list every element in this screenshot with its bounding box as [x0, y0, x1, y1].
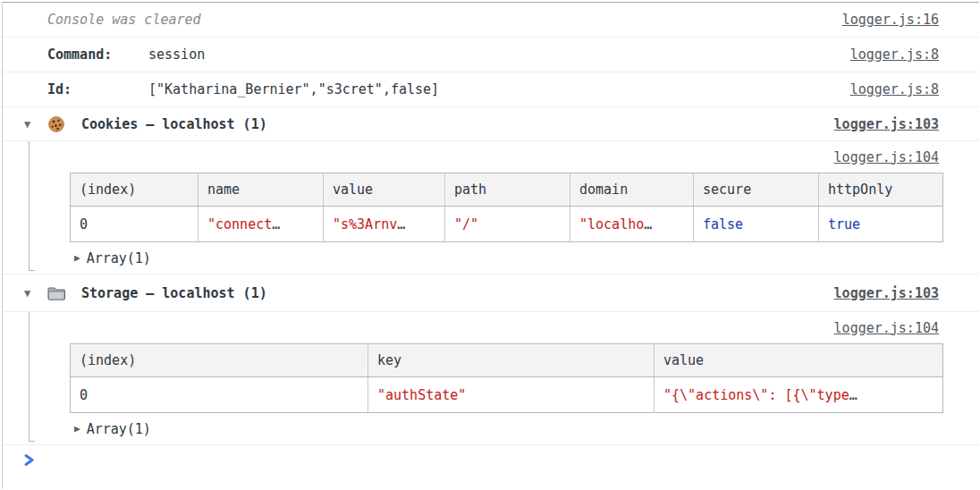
folder-icon: [47, 284, 65, 302]
devtools-console: Console was cleared logger.js:16 Command…: [2, 2, 979, 489]
console-message-id: Id: ["Katharina_Bernier","s3cret",false]…: [3, 72, 979, 107]
source-link[interactable]: logger.js:104: [834, 149, 939, 165]
indent-guide: [29, 141, 35, 271]
cookie-icon: [47, 115, 65, 133]
id-value: ["Katharina_Bernier","s3cret",false]: [148, 81, 439, 97]
column-header[interactable]: value: [324, 173, 445, 207]
truncation-ellipsis: …: [397, 216, 405, 232]
source-link[interactable]: logger.js:104: [834, 320, 939, 336]
table-header-row: (index) key value: [71, 344, 943, 377]
truncation-ellipsis: …: [849, 387, 858, 403]
storage-group-title: Storage – localhost (1): [81, 285, 267, 301]
truncation-ellipsis: …: [644, 216, 652, 232]
cell-secure: false: [694, 207, 819, 242]
expand-triangle-icon[interactable]: ▶: [74, 423, 80, 435]
storage-array-expander[interactable]: ▶ Array(1): [3, 413, 979, 444]
truncation-ellipsis: …: [272, 216, 280, 232]
command-value: session: [148, 46, 205, 63]
column-header[interactable]: value: [655, 344, 943, 377]
column-header[interactable]: path: [445, 173, 570, 207]
storage-group-body: logger.js:104 (index) key value 0 "authS…: [3, 312, 979, 445]
cell-index: 0: [71, 377, 368, 413]
cell-httponly: true: [819, 207, 943, 242]
column-header[interactable]: (index): [71, 173, 199, 207]
column-header[interactable]: secure: [694, 173, 819, 207]
source-link[interactable]: logger.js:16: [842, 12, 939, 28]
prompt-chevron-icon: [22, 453, 36, 467]
cell-name: "connect…: [199, 207, 324, 242]
source-link[interactable]: logger.js:8: [850, 81, 939, 97]
cell-path: "/": [445, 207, 570, 242]
cell-value: "{\"actions\": [{\"type…: [655, 377, 943, 413]
expand-triangle-icon[interactable]: ▶: [74, 252, 80, 264]
cookies-table-source-row: logger.js:104: [3, 141, 979, 173]
cookies-table: (index) name value path domain secure ht…: [70, 173, 943, 242]
cell-value: "s%3Arnv…: [324, 207, 445, 242]
storage-table-source-row: logger.js:104: [3, 312, 979, 343]
table-row: 0 "authState" "{\"actions\": [{\"type…: [71, 377, 943, 413]
source-link[interactable]: logger.js:103: [834, 285, 939, 301]
storage-table: (index) key value 0 "authState" "{\"acti…: [70, 343, 943, 413]
command-label: Command:: [47, 46, 148, 63]
source-link[interactable]: logger.js:103: [834, 116, 939, 132]
id-label: Id:: [47, 81, 148, 97]
cell-key: "authState": [368, 377, 655, 413]
table-row: 0 "connect… "s%3Arnv… "/" "localho… fals…: [71, 207, 943, 242]
column-header[interactable]: (index): [71, 344, 368, 377]
cell-domain: "localho…: [570, 207, 694, 242]
console-message-command: Command: session logger.js:8: [3, 38, 979, 72]
cookies-group-header[interactable]: ▼ Cookies – localhost (1) logger.js:103: [3, 107, 979, 141]
array-label: Array(1): [87, 250, 151, 266]
console-prompt[interactable]: [3, 445, 979, 489]
column-header[interactable]: name: [199, 173, 324, 207]
cell-index: 0: [71, 207, 199, 242]
cookies-array-expander[interactable]: ▶ Array(1): [3, 242, 979, 274]
console-cleared-text: Console was cleared: [47, 12, 201, 28]
column-header[interactable]: key: [368, 344, 655, 377]
array-label: Array(1): [87, 421, 151, 437]
column-header[interactable]: httpOnly: [819, 173, 943, 207]
table-header-row: (index) name value path domain secure ht…: [71, 173, 943, 207]
source-link[interactable]: logger.js:8: [850, 46, 939, 63]
cookies-group-body: logger.js:104 (index) name value path do…: [3, 141, 979, 275]
cookies-group-title: Cookies – localhost (1): [81, 116, 267, 132]
column-header[interactable]: domain: [570, 173, 694, 207]
collapse-triangle-icon[interactable]: ▼: [24, 287, 37, 300]
collapse-triangle-icon[interactable]: ▼: [24, 118, 37, 131]
storage-group-header[interactable]: ▼ Storage – localhost (1) logger.js:103: [3, 275, 979, 312]
indent-guide: [29, 312, 35, 442]
console-message-cleared: Console was cleared logger.js:16: [3, 3, 979, 38]
